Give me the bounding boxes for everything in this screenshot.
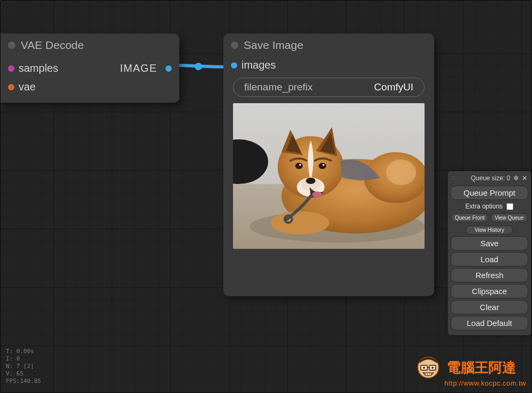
input-samples[interactable]: samples [8,62,58,74]
view-queue-button[interactable]: View Queue [491,213,528,222]
port-icon[interactable] [8,84,14,90]
svg-point-15 [319,163,326,169]
queue-size: Queue size: 0 [471,174,510,182]
watermark-title: 電腦王阿達 [447,358,516,377]
svg-point-17 [322,164,325,166]
collapse-toggle-icon[interactable] [231,41,238,49]
node-title[interactable]: Save Image [223,34,434,56]
refresh-button[interactable]: Refresh [451,268,528,282]
stats-overlay: T: 0.00s I: 0 N: 7 [2] V: 65 FPS:140.85 [6,348,41,385]
clear-button[interactable]: Clear [451,300,528,314]
svg-point-14 [295,163,303,169]
queue-prompt-button[interactable]: Queue Prompt [451,186,528,200]
svg-point-1 [195,63,202,70]
svg-point-12 [306,178,315,184]
watermark-face-icon [415,355,441,380]
svg-point-8 [271,211,329,235]
clipspace-button[interactable]: Clipspace [451,284,528,298]
load-button[interactable]: Load [451,252,528,266]
port-icon[interactable] [165,65,172,72]
port-icon[interactable] [231,62,237,69]
svg-rect-26 [425,373,431,375]
node-title-text: VAE Decode [21,39,84,52]
svg-point-24 [423,367,425,369]
watermark-url: http://www.kocpc.com.tw [415,379,526,387]
queue-front-button[interactable]: Queue Front [451,213,488,222]
drag-handle-icon[interactable]: ∷ [452,175,455,181]
input-images[interactable]: images [231,59,276,71]
node-vae-decode[interactable]: VAE Decode samples IMAGE vae [1,34,179,103]
input-vae[interactable]: vae [8,81,36,93]
svg-point-13 [312,191,322,198]
collapse-toggle-icon[interactable] [8,41,15,49]
view-history-button[interactable]: View History [466,225,513,235]
node-save-image[interactable]: Save Image images filename_prefix ComfyU… [223,34,434,296]
extra-options[interactable]: Extra options [451,202,528,212]
gear-icon[interactable]: ✲ [513,174,519,182]
image-preview[interactable] [233,103,425,249]
svg-point-16 [299,164,301,166]
load-default-button[interactable]: Load Default [451,316,528,330]
svg-point-25 [431,367,434,369]
svg-point-19 [386,160,416,185]
port-icon[interactable] [8,65,14,72]
node-title-text: Save Image [244,39,303,52]
watermark: 電腦王阿達 http://www.kocpc.com.tw [415,355,526,387]
output-image[interactable]: IMAGE [120,62,172,74]
save-button[interactable]: Save [451,236,528,250]
node-title[interactable]: VAE Decode [1,34,179,56]
filename-prefix-widget[interactable]: filename_prefix ComfyUI [233,78,425,97]
close-icon[interactable]: ✕ [522,174,527,182]
extra-options-checkbox[interactable] [506,203,513,210]
menu-panel[interactable]: ∷ Queue size: 0 ✲ ✕ Queue Prompt Extra o… [447,171,531,336]
